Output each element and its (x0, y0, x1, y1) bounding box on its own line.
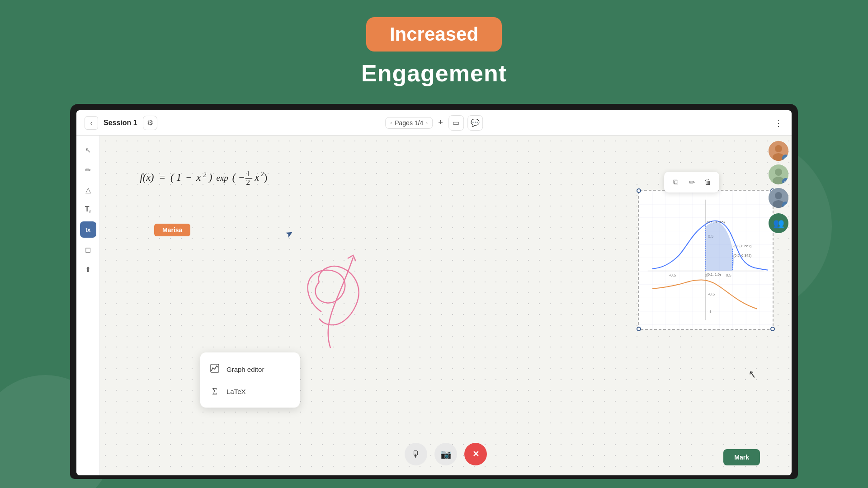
mouse-cursor: ↖ (747, 368, 757, 381)
marisa-cursor-label: Marisa (154, 224, 190, 236)
video-button[interactable]: ▭ (448, 115, 464, 131)
latex-icon: Σ (209, 386, 220, 397)
copy-icon: ⧉ (673, 178, 678, 186)
media-controls: 🎙 📷 ✕ (405, 443, 487, 465)
trash-icon: 🗑 (704, 178, 712, 186)
pages-controls: ‹ Pages 1/4 › + ▭ 💬 (385, 115, 483, 131)
shapes-tool-button[interactable]: △ (80, 182, 96, 198)
canvas-area[interactable]: f(x) = ( 1 − x 2 ) exp ( − (100, 136, 792, 475)
hangup-button[interactable]: ✕ (464, 443, 487, 465)
add-page-button[interactable]: + (436, 118, 445, 127)
shapes-icon: △ (85, 186, 91, 194)
avatar-edit-badge-1: ✏ (782, 155, 788, 161)
add-people-icon: 👥 (773, 218, 784, 229)
avatar-1[interactable]: ✏ (769, 141, 788, 161)
pink-drawing (294, 230, 394, 357)
math-tool-button[interactable]: fx (80, 221, 96, 238)
text-tool-button[interactable]: Tr (80, 202, 96, 218)
camera-button[interactable]: 📷 (434, 443, 457, 465)
right-sidebar: ✏ ✏ ✏ (765, 136, 792, 475)
upload-icon: ⬆ (85, 265, 91, 274)
svg-rect-7 (211, 364, 219, 372)
svg-point-24 (775, 145, 782, 152)
mark-button[interactable]: Mark (723, 449, 760, 465)
cursor-tool-button[interactable]: ↖ (80, 142, 96, 158)
pages-indicator: Pages 1/4 (395, 119, 423, 127)
top-bar: ‹ Session 1 ⚙ ‹ Pages 1/4 › + ▭ 💬 ⋮ (76, 110, 792, 136)
gear-icon: ⚙ (147, 118, 153, 127)
graph-editor-option[interactable]: Graph editor (200, 358, 300, 381)
engagement-text: Engagement (0, 60, 868, 87)
graph-editor-label: Graph editor (226, 366, 264, 373)
mic-icon: 🎙 (411, 449, 420, 460)
back-button[interactable]: ‹ (85, 116, 98, 130)
svg-text:0.5: 0.5 (726, 273, 731, 277)
eraser-icon: ◻ (85, 245, 91, 254)
math-dropdown-menu: Graph editor Σ LaTeX (200, 352, 300, 408)
top-section: Increased Engagement (0, 0, 868, 87)
edit-graph-button[interactable]: ✏ (684, 174, 699, 190)
latex-label: LaTeX (226, 388, 246, 395)
avatar-2[interactable]: ✏ (769, 164, 788, 184)
graph-object-toolbar: ⧉ ✏ 🗑 (664, 172, 719, 192)
text-icon: Tr (85, 205, 91, 214)
svg-text:(0.3, 0.662): (0.3, 0.662) (733, 244, 752, 248)
increased-badge: Increased (366, 17, 502, 52)
edit-icon: ✏ (689, 178, 695, 187)
avatar-3[interactable]: ✏ (769, 188, 788, 208)
selection-handle-bl[interactable] (637, 327, 641, 331)
svg-point-27 (775, 169, 782, 176)
graph-widget[interactable]: -0.5 0 0.5 0.5 -0.5 -1 (638, 190, 774, 330)
send-cursor-icon: ➤ (283, 227, 295, 240)
svg-text:-0.5: -0.5 (708, 292, 715, 296)
selection-handle-tl[interactable] (637, 188, 641, 193)
main-content: ↖ ✏ △ Tr fx ◻ ⬆ (76, 136, 792, 475)
pen-tool-button[interactable]: ✏ (80, 162, 96, 178)
math-formula: f(x) = ( 1 − x 2 ) exp ( − (136, 158, 299, 196)
camera-icon: 📷 (440, 449, 452, 460)
hangup-icon: ✕ (472, 449, 479, 459)
pen-icon: ✏ (85, 166, 91, 174)
svg-point-30 (775, 192, 782, 199)
chat-icon: 💬 (471, 118, 480, 127)
device-screen: ‹ Session 1 ⚙ ‹ Pages 1/4 › + ▭ 💬 ⋮ (76, 110, 792, 475)
svg-text:): ) (264, 172, 267, 183)
graph-editor-icon (209, 363, 220, 375)
avatar-edit-badge-2: ✏ (782, 178, 788, 184)
svg-text:-1: -1 (708, 310, 712, 314)
latex-option[interactable]: Σ LaTeX (200, 381, 300, 402)
graph-svg: -0.5 0 0.5 0.5 -0.5 -1 (639, 191, 773, 329)
svg-text:2: 2 (246, 178, 250, 187)
left-toolbar: ↖ ✏ △ Tr fx ◻ ⬆ (76, 136, 100, 475)
upload-tool-button[interactable]: ⬆ (80, 261, 96, 277)
delete-graph-button[interactable]: 🗑 (700, 174, 716, 190)
add-people-button[interactable]: 👥 (769, 213, 788, 233)
video-icon: ▭ (453, 118, 459, 127)
chat-button[interactable]: 💬 (467, 115, 483, 131)
session-title: Session 1 (104, 119, 137, 127)
prev-page-button[interactable]: ‹ (390, 120, 392, 126)
more-options-button[interactable]: ⋮ (774, 117, 783, 128)
eraser-tool-button[interactable]: ◻ (80, 241, 96, 258)
copy-button[interactable]: ⧉ (668, 174, 683, 190)
settings-button[interactable]: ⚙ (143, 116, 157, 130)
svg-text:-0.5: -0.5 (669, 273, 676, 277)
svg-text:(0.1, 1.0): (0.1, 1.0) (707, 272, 721, 277)
svg-text:f(x)
              =
         : f(x) = ( 1 − x 2 ) exp ( − (140, 168, 245, 183)
next-page-arrow: › (426, 120, 428, 126)
svg-text:x: x (254, 172, 259, 183)
pages-navigation: ‹ Pages 1/4 › (385, 117, 433, 129)
svg-text:1: 1 (246, 169, 250, 178)
cursor-icon: ↖ (85, 146, 91, 155)
formula-svg: f(x) = ( 1 − x 2 ) exp ( − (136, 158, 299, 194)
fx-icon: fx (85, 226, 91, 233)
svg-text:(0.1, 0.945): (0.1, 0.945) (707, 220, 725, 224)
avatar-edit-badge-3: ✏ (782, 202, 788, 208)
svg-text:2: 2 (261, 171, 264, 178)
svg-text:(0.5, 0.342): (0.5, 0.342) (733, 253, 752, 258)
microphone-button[interactable]: 🎙 (405, 443, 427, 465)
device-frame: ‹ Session 1 ⚙ ‹ Pages 1/4 › + ▭ 💬 ⋮ (70, 104, 798, 479)
